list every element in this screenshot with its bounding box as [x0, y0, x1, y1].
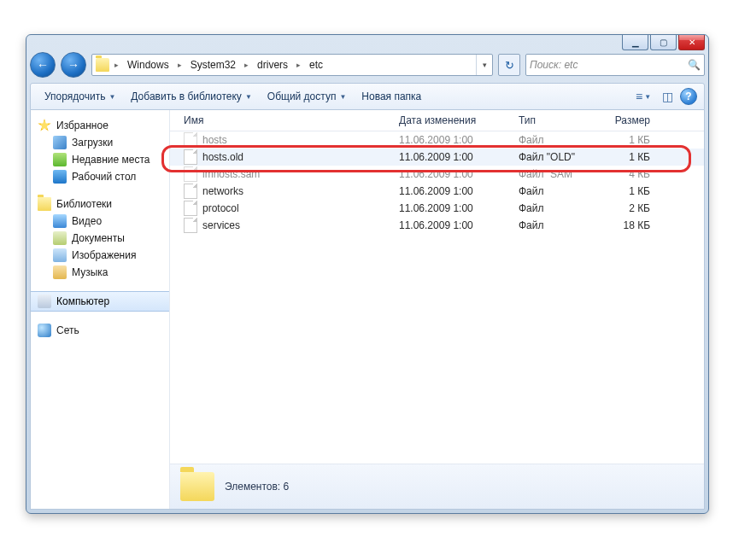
- file-icon: [184, 184, 197, 199]
- elements-label: Элементов:: [225, 481, 280, 493]
- chevron-right-icon: ▸: [241, 61, 252, 69]
- folder-icon: [180, 472, 214, 501]
- navigation-sidebar: Избранное Загрузки Недавние места Рабочи…: [31, 110, 170, 509]
- search-input[interactable]: Поиск: etc 🔍: [525, 54, 705, 76]
- explorer-window: ▁ ▢ ✕ ← → ▸ Windows ▸ System32 ▸ drivers…: [26, 34, 709, 514]
- pane-icon: ◫: [662, 90, 673, 103]
- sidebar-item-network[interactable]: Сеть: [31, 322, 169, 339]
- column-header-type[interactable]: Тип: [512, 114, 597, 126]
- breadcrumb-segment[interactable]: drivers: [252, 55, 293, 75]
- breadcrumb-segment[interactable]: Windows: [122, 55, 174, 75]
- file-icon: [184, 132, 197, 148]
- view-options-button[interactable]: ≡▼: [632, 87, 654, 106]
- file-list-pane: Имя Дата изменения Тип Размер hosts 11.0…: [170, 110, 704, 509]
- search-icon: 🔍: [688, 59, 701, 71]
- refresh-icon: ↻: [505, 59, 514, 72]
- share-menu[interactable]: Общий доступ▼: [261, 87, 354, 106]
- breadcrumb-segment[interactable]: System32: [185, 55, 241, 75]
- sidebar-item-computer[interactable]: Компьютер: [31, 291, 169, 312]
- chevron-right-icon: ▸: [111, 61, 122, 69]
- folder-icon: [96, 58, 109, 72]
- column-header-name[interactable]: Имя: [170, 114, 392, 126]
- toolbar: Упорядочить▼ Добавить в библиотеку▼ Общи…: [30, 83, 705, 110]
- file-icon: [184, 218, 197, 233]
- file-row[interactable]: hosts.old 11.06.2009 1:00 Файл "OLD" 1 К…: [170, 149, 704, 166]
- help-icon: ?: [685, 90, 691, 102]
- chevron-right-icon: ▸: [174, 61, 185, 69]
- titlebar: ▁ ▢ ✕: [26, 35, 708, 50]
- preview-pane-button[interactable]: ◫: [656, 87, 678, 106]
- search-placeholder: Поиск: etc: [530, 59, 578, 71]
- add-to-library-menu[interactable]: Добавить в библиотеку▼: [124, 87, 258, 106]
- navigation-bar: ← → ▸ Windows ▸ System32 ▸ drivers ▸ etc…: [30, 50, 705, 79]
- desktop-icon: [53, 170, 67, 184]
- forward-button[interactable]: →: [61, 52, 86, 78]
- sidebar-item-recent[interactable]: Недавние места: [31, 151, 169, 168]
- video-icon: [53, 214, 67, 228]
- column-headers: Имя Дата изменения Тип Размер: [170, 110, 704, 131]
- address-dropdown[interactable]: ▾: [476, 55, 492, 75]
- chevron-down-icon: ▼: [339, 93, 346, 101]
- images-icon: [53, 248, 67, 262]
- file-row[interactable]: services 11.06.2009 1:00 Файл 18 КБ: [170, 217, 704, 234]
- sidebar-libraries[interactable]: Библиотеки: [31, 195, 169, 213]
- elements-count: 6: [284, 481, 290, 493]
- documents-icon: [53, 231, 67, 245]
- column-header-date[interactable]: Дата изменения: [392, 114, 512, 126]
- computer-icon: [38, 295, 51, 308]
- breadcrumb-segment[interactable]: etc: [304, 55, 328, 75]
- refresh-button[interactable]: ↻: [498, 54, 520, 76]
- organize-menu[interactable]: Упорядочить▼: [38, 87, 122, 106]
- file-row[interactable]: lmhosts.sam 11.06.2009 1:00 Файл "SAM" 4…: [170, 166, 704, 183]
- music-icon: [53, 265, 67, 279]
- new-folder-button[interactable]: Новая папка: [355, 87, 428, 106]
- chevron-down-icon: ▼: [108, 93, 115, 101]
- view-icon: ≡: [636, 90, 642, 103]
- arrow-left-icon: ←: [37, 58, 49, 72]
- file-row[interactable]: protocol 11.06.2009 1:00 Файл 2 КБ: [170, 200, 704, 217]
- chevron-right-icon: ▸: [293, 61, 304, 69]
- sidebar-item-video[interactable]: Видео: [31, 213, 169, 230]
- minimize-button[interactable]: ▁: [622, 34, 648, 50]
- sidebar-item-music[interactable]: Музыка: [31, 264, 169, 281]
- address-bar[interactable]: ▸ Windows ▸ System32 ▸ drivers ▸ etc ▾: [91, 54, 493, 76]
- column-header-size[interactable]: Размер: [597, 114, 666, 126]
- chevron-down-icon: ▼: [644, 93, 651, 101]
- file-icon: [184, 201, 197, 216]
- file-icon: [184, 149, 197, 165]
- file-icon: [184, 166, 197, 182]
- recent-icon: [53, 153, 67, 166]
- library-icon: [38, 197, 51, 211]
- back-button[interactable]: ←: [30, 52, 56, 78]
- chevron-down-icon: ▼: [245, 93, 252, 101]
- maximize-button[interactable]: ▢: [650, 34, 677, 50]
- arrow-right-icon: →: [67, 58, 79, 72]
- network-icon: [38, 324, 51, 337]
- downloads-icon: [53, 136, 67, 149]
- sidebar-item-documents[interactable]: Документы: [31, 230, 169, 247]
- details-pane: Элементов: 6: [170, 464, 704, 509]
- file-row[interactable]: networks 11.06.2009 1:00 Файл 1 КБ: [170, 183, 704, 200]
- sidebar-item-downloads[interactable]: Загрузки: [31, 134, 169, 151]
- file-rows: hosts 11.06.2009 1:00 Файл 1 КБ hosts.ol…: [170, 131, 704, 464]
- help-button[interactable]: ?: [680, 88, 697, 105]
- close-button[interactable]: ✕: [678, 34, 705, 50]
- sidebar-favorites[interactable]: Избранное: [31, 117, 169, 134]
- sidebar-item-images[interactable]: Изображения: [31, 247, 169, 264]
- file-row[interactable]: hosts 11.06.2009 1:00 Файл 1 КБ: [170, 131, 704, 149]
- star-icon: [38, 119, 51, 132]
- sidebar-item-desktop[interactable]: Рабочий стол: [31, 168, 169, 185]
